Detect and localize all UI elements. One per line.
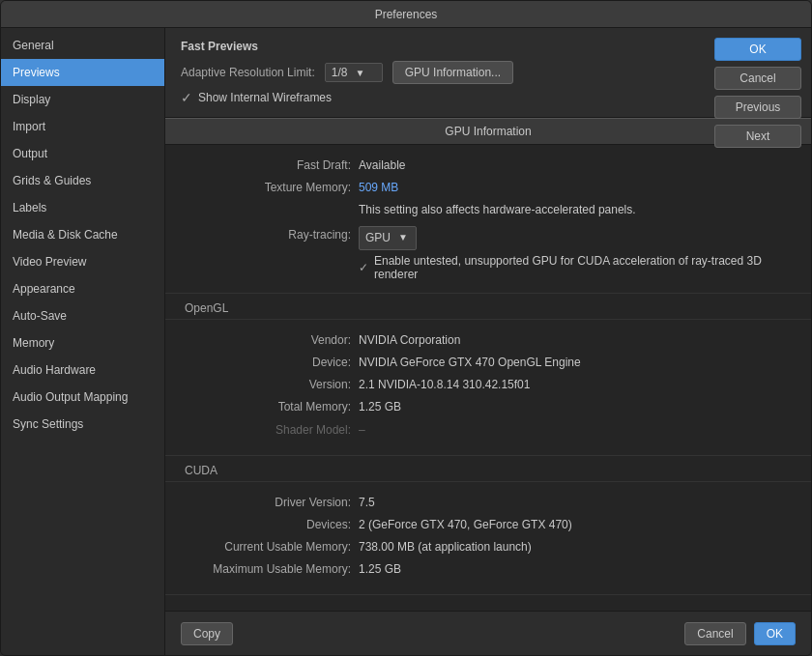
vendor-value: NVIDIA Corporation bbox=[359, 331, 792, 350]
sidebar-item-general[interactable]: General bbox=[1, 32, 164, 59]
sidebar-item-auto-save[interactable]: Auto-Save bbox=[1, 302, 164, 329]
show-wireframes-row: ✓ Show Internal Wireframes bbox=[181, 90, 705, 105]
cancel-button-bottom[interactable]: Cancel bbox=[684, 622, 745, 645]
driver-version-label: Driver Version: bbox=[185, 494, 359, 512]
total-memory-value: 1.25 GB bbox=[359, 398, 792, 416]
enable-cuda-row: ✓ Enable untested, unsupported GPU for C… bbox=[359, 254, 792, 281]
cancel-button-top[interactable]: Cancel bbox=[714, 67, 801, 90]
chevron-down-icon: ▼ bbox=[355, 68, 364, 78]
sidebar-item-audio-hardware[interactable]: Audio Hardware bbox=[1, 357, 164, 384]
current-memory-value: 738.00 MB (at application launch) bbox=[359, 538, 792, 556]
sidebar-item-display[interactable]: Display bbox=[1, 86, 164, 113]
copy-button[interactable]: Copy bbox=[181, 622, 233, 645]
ray-tracing-label: Ray-tracing: bbox=[185, 226, 359, 250]
driver-version-row: Driver Version: 7.5 bbox=[185, 494, 792, 512]
texture-memory-number: 509 MB bbox=[359, 181, 398, 194]
sidebar: General Previews Display Import Output G… bbox=[1, 28, 165, 655]
opengl-title-row: OpenGL bbox=[165, 294, 811, 319]
title-bar: Preferences bbox=[1, 1, 811, 28]
adaptive-label: Adaptive Resolution Limit: bbox=[181, 66, 315, 79]
shader-model-row: Shader Model: – bbox=[185, 421, 792, 440]
fast-draft-value: Available bbox=[359, 157, 792, 175]
texture-note-row: This setting also affects hardware-accel… bbox=[185, 201, 792, 219]
texture-memory-row: Texture Memory: 509 MB bbox=[185, 179, 792, 197]
previous-button[interactable]: Previous bbox=[714, 96, 801, 119]
total-memory-label: Total Memory: bbox=[185, 398, 359, 416]
bottom-bar: Copy Cancel OK bbox=[165, 611, 811, 655]
gpu-info-button[interactable]: GPU Information... bbox=[392, 61, 513, 84]
vendor-row: Vendor: NVIDIA Corporation bbox=[185, 331, 792, 350]
max-memory-value: 1.25 GB bbox=[359, 560, 792, 579]
ray-tracing-chevron-icon: ▼ bbox=[398, 230, 408, 245]
device-label: Device: bbox=[185, 354, 359, 372]
ray-tracing-row: Ray-tracing: GPU ▼ bbox=[185, 226, 792, 250]
texture-note: This setting also affects hardware-accel… bbox=[359, 201, 792, 219]
main-panel: Fast Previews Adaptive Resolution Limit:… bbox=[165, 28, 811, 655]
sidebar-item-appearance[interactable]: Appearance bbox=[1, 275, 164, 302]
ray-tracing-value: GPU bbox=[365, 229, 391, 247]
version-label: Version: bbox=[185, 376, 359, 394]
enable-cuda-label: Enable untested, unsupported GPU for CUD… bbox=[374, 254, 792, 281]
devices-row: Devices: 2 (GeForce GTX 470, GeForce GTX… bbox=[185, 516, 792, 534]
fast-draft-row: Fast Draft: Available bbox=[185, 157, 792, 175]
opengl-section-label: OpenGL bbox=[185, 301, 228, 315]
ray-tracing-control: GPU ▼ bbox=[359, 226, 417, 250]
sidebar-item-previews[interactable]: Previews bbox=[1, 59, 164, 86]
checkmark-icon: ✓ bbox=[181, 90, 192, 105]
ok-button-top[interactable]: OK bbox=[714, 38, 801, 61]
show-wireframes-label: Show Internal Wireframes bbox=[198, 91, 332, 104]
ray-tracing-select[interactable]: GPU ▼ bbox=[359, 226, 417, 250]
ok-button-bottom[interactable]: OK bbox=[754, 622, 796, 645]
max-memory-row: Maximum Usable Memory: 1.25 GB bbox=[185, 560, 792, 579]
shader-model-value: – bbox=[359, 421, 792, 440]
sidebar-item-output[interactable]: Output bbox=[1, 140, 164, 167]
device-value: NVIDIA GeForce GTX 470 OpenGL Engine bbox=[359, 354, 792, 372]
adaptive-resolution-select[interactable]: 1/8 ▼ bbox=[325, 63, 383, 82]
next-button[interactable]: Next bbox=[714, 125, 801, 148]
devices-value: 2 (GeForce GTX 470, GeForce GTX 470) bbox=[359, 516, 792, 534]
fast-draft-label: Fast Draft: bbox=[185, 157, 359, 175]
sidebar-item-sync-settings[interactable]: Sync Settings bbox=[1, 411, 164, 438]
version-row: Version: 2.1 NVIDIA-10.8.14 310.42.15f01 bbox=[185, 376, 792, 394]
sidebar-item-import[interactable]: Import bbox=[1, 113, 164, 140]
window-title: Preferences bbox=[375, 8, 438, 21]
vendor-label: Vendor: bbox=[185, 331, 359, 350]
current-memory-row: Current Usable Memory: 738.00 MB (at app… bbox=[185, 538, 792, 556]
current-memory-label: Current Usable Memory: bbox=[185, 538, 359, 556]
preferences-window: Preferences General Previews Display Imp… bbox=[0, 0, 812, 656]
shader-model-label: Shader Model: bbox=[185, 421, 359, 440]
sidebar-item-memory[interactable]: Memory bbox=[1, 329, 164, 357]
cuda-title-row: CUDA bbox=[165, 456, 811, 481]
texture-note-spacer bbox=[185, 201, 359, 219]
sidebar-item-grids-guides[interactable]: Grids & Guides bbox=[1, 167, 164, 194]
sidebar-item-media-disk-cache[interactable]: Media & Disk Cache bbox=[1, 221, 164, 248]
gpu-info-title: GPU Information bbox=[445, 125, 531, 138]
fast-previews-row: Adaptive Resolution Limit: 1/8 ▼ GPU Inf… bbox=[181, 61, 705, 84]
sidebar-item-labels[interactable]: Labels bbox=[1, 194, 164, 221]
max-memory-label: Maximum Usable Memory: bbox=[185, 560, 359, 579]
cuda-block: Driver Version: 7.5 Devices: 2 (GeForce … bbox=[165, 481, 811, 596]
gpu-fast-draft-block: Fast Draft: Available Texture Memory: 50… bbox=[165, 145, 811, 294]
adaptive-value: 1/8 bbox=[332, 66, 348, 79]
sidebar-item-audio-output-mapping[interactable]: Audio Output Mapping bbox=[1, 384, 164, 411]
texture-memory-label: Texture Memory: bbox=[185, 179, 359, 197]
version-value: 2.1 NVIDIA-10.8.14 310.42.15f01 bbox=[359, 376, 792, 394]
checkmark-cuda-icon: ✓ bbox=[359, 261, 368, 274]
total-memory-row: Total Memory: 1.25 GB bbox=[185, 398, 792, 416]
device-row: Device: NVIDIA GeForce GTX 470 OpenGL En… bbox=[185, 354, 792, 372]
texture-memory-value: 509 MB bbox=[359, 179, 792, 197]
gpu-info-section: GPU Information Fast Draft: Available Te… bbox=[165, 118, 811, 611]
opengl-block: Vendor: NVIDIA Corporation Device: NVIDI… bbox=[165, 319, 811, 456]
fast-previews-header: Fast Previews bbox=[181, 40, 705, 53]
bottom-right-buttons: Cancel OK bbox=[684, 622, 796, 645]
sidebar-item-video-preview[interactable]: Video Preview bbox=[1, 248, 164, 275]
devices-label: Devices: bbox=[185, 516, 359, 534]
content-area: General Previews Display Import Output G… bbox=[1, 28, 811, 655]
cuda-section-label: CUDA bbox=[185, 464, 218, 477]
driver-version-value: 7.5 bbox=[359, 494, 792, 512]
